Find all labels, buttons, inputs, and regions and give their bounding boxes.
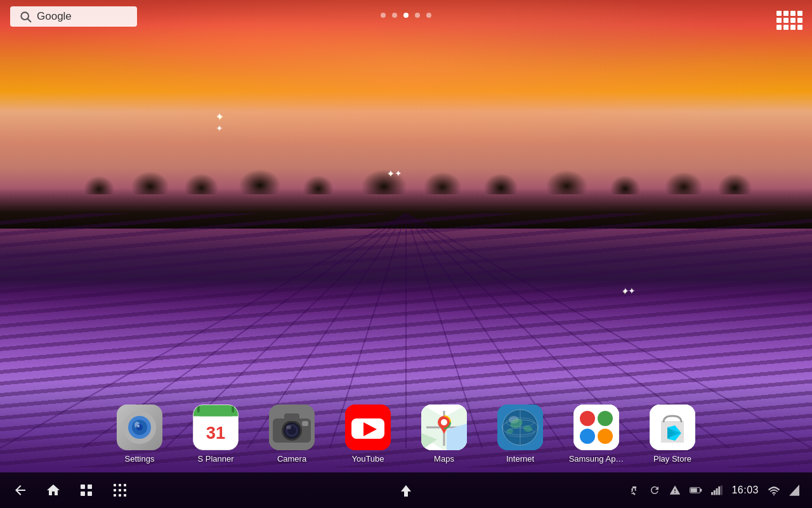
sparkle-1: ✦	[216, 111, 223, 119]
settings-icon	[117, 404, 162, 450]
playstore-label: Play Store	[653, 454, 691, 464]
app-splanner[interactable]: 31 S Planner	[187, 404, 244, 464]
sparkle-2: ✦	[387, 168, 395, 176]
svg-rect-80	[124, 494, 126, 497]
search-label: Google	[37, 10, 72, 23]
svg-text:31: 31	[206, 423, 225, 443]
svg-rect-73	[119, 484, 121, 486]
svg-rect-22	[197, 405, 200, 413]
network-icon	[789, 485, 799, 496]
top-bar: Google	[0, 0, 812, 33]
page-dot-3[interactable]	[403, 13, 409, 18]
svg-rect-21	[193, 411, 238, 417]
svg-rect-33	[302, 421, 308, 426]
svg-rect-68	[81, 485, 85, 489]
recycle-icon	[649, 485, 660, 496]
samsung-label: Samsung Ap…	[569, 454, 624, 464]
search-icon	[19, 10, 32, 23]
svg-rect-78	[114, 494, 116, 497]
signal-icon	[711, 485, 723, 496]
svg-rect-89	[721, 486, 723, 495]
youtube-label: YouTube	[351, 454, 384, 464]
svg-point-18	[137, 425, 140, 427]
internet-icon	[497, 404, 543, 450]
app-playstore[interactable]: Play Store	[644, 404, 701, 464]
screenshot-button[interactable]	[112, 482, 128, 498]
nav-center	[397, 481, 415, 499]
svg-rect-76	[119, 489, 121, 491]
internet-label: Internet	[506, 454, 534, 464]
dock: Settings 31 S Planner	[0, 404, 812, 470]
svg-rect-75	[114, 489, 116, 491]
back-button[interactable]	[13, 483, 28, 498]
search-bar[interactable]: Google	[10, 6, 137, 27]
svg-point-90	[773, 494, 775, 495]
svg-point-81	[634, 493, 636, 495]
usb-icon	[629, 485, 640, 496]
settings-label: Settings	[125, 454, 155, 464]
svg-rect-86	[714, 490, 716, 495]
warning-icon	[669, 485, 681, 496]
home-button[interactable]	[46, 483, 61, 498]
app-grid-button[interactable]	[776, 8, 802, 33]
page-dot-4[interactable]	[415, 13, 420, 18]
svg-rect-23	[232, 405, 234, 413]
wifi-icon	[768, 485, 780, 495]
page-dot-5[interactable]	[426, 13, 431, 18]
svg-point-17	[136, 424, 143, 431]
page-dot-2[interactable]	[392, 13, 397, 18]
svg-rect-87	[716, 488, 718, 495]
app-settings[interactable]: Settings	[111, 404, 168, 464]
app-samsung[interactable]: Samsung Ap…	[568, 404, 625, 464]
samsung-icon	[573, 404, 619, 450]
svg-point-60	[580, 429, 595, 444]
maps-icon	[421, 404, 467, 450]
svg-marker-91	[789, 485, 799, 496]
youtube-icon	[345, 404, 391, 450]
nav-right: 16:03	[629, 485, 799, 496]
nav-left	[13, 482, 128, 498]
svg-rect-79	[119, 494, 121, 497]
svg-rect-69	[88, 485, 92, 489]
camera-icon	[269, 404, 315, 450]
svg-rect-72	[114, 484, 116, 486]
svg-point-44	[441, 419, 447, 425]
recents-button[interactable]	[79, 483, 94, 498]
splanner-label: S Planner	[197, 454, 233, 464]
page-dot-1[interactable]	[381, 13, 386, 18]
grid-icon	[776, 11, 802, 30]
svg-point-61	[598, 429, 613, 444]
svg-rect-71	[88, 491, 92, 496]
svg-rect-85	[711, 492, 713, 495]
splanner-icon: 31	[193, 404, 239, 450]
battery-icon	[690, 485, 702, 496]
page-indicators	[381, 13, 431, 18]
svg-rect-32	[284, 413, 299, 421]
svg-point-56	[507, 429, 513, 434]
svg-rect-77	[124, 489, 126, 491]
svg-rect-83	[691, 488, 697, 492]
svg-rect-88	[719, 486, 721, 495]
maps-label: Maps	[434, 454, 454, 464]
svg-point-62	[593, 424, 600, 431]
camera-label: Camera	[277, 454, 306, 464]
svg-rect-84	[700, 489, 702, 491]
playstore-icon	[650, 404, 695, 450]
svg-line-12	[28, 19, 31, 22]
sparkle-3: ✦	[622, 286, 629, 293]
svg-point-59	[598, 411, 613, 426]
svg-rect-70	[81, 491, 85, 496]
status-time: 16:03	[731, 485, 759, 496]
svg-point-31	[286, 425, 291, 429]
app-youtube[interactable]: YouTube	[339, 404, 396, 464]
svg-point-58	[580, 411, 595, 426]
nav-bar: 16:03	[0, 472, 812, 508]
up-arrow-button[interactable]	[397, 481, 415, 499]
app-camera[interactable]: Camera	[263, 404, 320, 464]
app-maps[interactable]: Maps	[416, 404, 473, 464]
svg-rect-74	[124, 484, 126, 486]
app-internet[interactable]: Internet	[492, 404, 549, 464]
